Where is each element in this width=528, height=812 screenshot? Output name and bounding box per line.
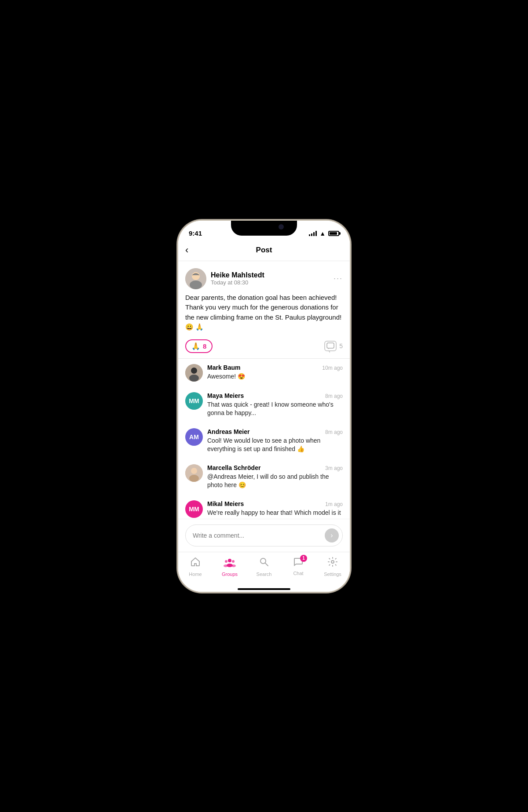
svg-point-16 — [231, 564, 236, 567]
nav-item-home[interactable]: Home — [182, 557, 209, 577]
status-icons: ▲ — [309, 230, 339, 237]
comment-text-3: Cool! We would love to see a photo when … — [207, 437, 343, 454]
more-options-button[interactable]: ··· — [334, 274, 343, 283]
post-text: Dear parents, the donation goal has been… — [178, 293, 350, 338]
battery-icon — [328, 231, 339, 236]
comment-count-area: 5 — [324, 341, 343, 351]
comment-time-4: 3m ago — [325, 465, 343, 471]
post-author-row: Heike Mahlstedt Today at 08:30 ··· — [178, 261, 350, 293]
nav-item-chat[interactable]: 1 Chat — [285, 557, 312, 576]
search-icon — [259, 557, 269, 570]
svg-point-10 — [189, 475, 199, 482]
home-bar — [238, 588, 290, 590]
comment-text-5: We're really happy to hear that! Which m… — [207, 509, 343, 518]
comment-input[interactable] — [193, 532, 321, 539]
comments-list: Mark Baum 10m ago Awesome! 😍 MM Maya Mei… — [178, 359, 350, 519]
comment-time-5: 1m ago — [325, 501, 343, 507]
comment-name-4: Marcella Schröder — [207, 464, 260, 471]
home-indicator — [178, 588, 350, 592]
svg-point-6 — [191, 368, 197, 374]
nav-label-groups: Groups — [222, 572, 238, 577]
reaction-emoji: 🙏 — [191, 342, 200, 350]
back-button[interactable]: ‹ — [185, 244, 188, 256]
reaction-count: 8 — [203, 342, 206, 350]
status-time: 9:41 — [189, 229, 202, 237]
notch — [231, 221, 297, 236]
comment-2: MM Maya Meiers 8m ago That was quick - g… — [178, 387, 350, 423]
comment-1: Mark Baum 10m ago Awesome! 😍 — [178, 359, 350, 387]
signal-icon — [309, 231, 317, 236]
comment-text-1: Awesome! 😍 — [207, 372, 343, 381]
svg-point-2 — [190, 280, 202, 289]
comment-time-3: 8m ago — [325, 429, 343, 435]
settings-icon — [327, 557, 338, 570]
comment-body-1: Mark Baum 10m ago Awesome! 😍 — [207, 364, 343, 381]
comment-name-5: Mikal Meiers — [207, 500, 244, 507]
svg-point-15 — [224, 564, 228, 567]
comment-avatar-mark — [185, 364, 203, 382]
comment-input-wrap: › — [185, 524, 343, 546]
post-content: Heike Mahlstedt Today at 08:30 ··· Dear … — [178, 261, 350, 519]
comment-body-4: Marcella Schröder 3m ago @Andreas Meier,… — [207, 464, 343, 490]
svg-point-9 — [191, 468, 197, 474]
nav-label-home: Home — [189, 572, 202, 577]
comment-input-area: › — [178, 519, 350, 552]
groups-icon — [224, 557, 236, 570]
reaction-button[interactable]: 🙏 8 — [185, 339, 213, 353]
wifi-icon: ▲ — [319, 230, 326, 237]
nav-label-chat: Chat — [293, 571, 303, 576]
comment-body-3: Andreas Meier 8m ago Cool! We would love… — [207, 428, 343, 454]
front-camera — [279, 224, 284, 229]
svg-point-11 — [228, 559, 231, 562]
comment-body-2: Maya Meiers 8m ago That was quick - grea… — [207, 392, 343, 418]
svg-point-12 — [225, 560, 227, 563]
nav-label-search: Search — [257, 572, 272, 577]
svg-point-13 — [232, 560, 235, 563]
svg-point-17 — [260, 558, 266, 564]
author-info: Heike Mahlstedt Today at 08:30 — [211, 271, 329, 286]
reaction-bar: 🙏 8 5 — [178, 338, 350, 359]
author-avatar — [185, 268, 206, 289]
svg-rect-4 — [327, 343, 334, 348]
comment-4: Marcella Schröder 3m ago @Andreas Meier,… — [178, 459, 350, 495]
comment-name-2: Maya Meiers — [207, 392, 244, 399]
nav-item-settings[interactable]: Settings — [319, 557, 346, 577]
comment-text-4: @Andreas Meier, I will do so and publish… — [207, 473, 343, 490]
comment-text-2: That was quick - great! I know someone w… — [207, 401, 343, 418]
comment-time-2: 8m ago — [325, 393, 343, 399]
svg-point-7 — [189, 375, 199, 382]
chat-icon-wrap: 1 — [293, 557, 304, 569]
comment-count: 5 — [339, 342, 343, 350]
phone-screen: 9:41 ▲ ‹ Post — [178, 221, 350, 592]
chat-badge: 1 — [300, 555, 307, 562]
comment-avatar-mikal: MM — [185, 500, 203, 518]
comment-name-3: Andreas Meier — [207, 428, 249, 435]
comment-send-button[interactable]: › — [325, 528, 339, 543]
nav-item-search[interactable]: Search — [251, 557, 277, 577]
comment-avatar-marcella — [185, 464, 203, 482]
nav-label-settings: Settings — [324, 572, 341, 577]
svg-point-18 — [331, 561, 334, 563]
send-icon: › — [330, 532, 333, 539]
page-title: Post — [256, 246, 272, 255]
author-name: Heike Mahlstedt — [211, 271, 329, 279]
author-time: Today at 08:30 — [211, 279, 329, 286]
comment-time-1: 10m ago — [322, 365, 343, 371]
comment-body-5: Mikal Meiers 1m ago We're really happy t… — [207, 500, 343, 518]
phone-frame: 9:41 ▲ ‹ Post — [178, 221, 350, 592]
comment-avatar-andreas: AM — [185, 428, 203, 446]
bottom-nav: Home Groups — [178, 552, 350, 588]
comment-5: MM Mikal Meiers 1m ago We're really happ… — [178, 495, 350, 518]
page-header: ‹ Post — [178, 240, 350, 261]
home-icon — [190, 557, 201, 570]
comment-name-1: Mark Baum — [207, 364, 240, 371]
comment-avatar-maya: MM — [185, 392, 203, 410]
comment-3: AM Andreas Meier 8m ago Cool! We would l… — [178, 423, 350, 459]
comment-bubble-icon — [324, 341, 337, 351]
nav-item-groups[interactable]: Groups — [216, 557, 243, 577]
